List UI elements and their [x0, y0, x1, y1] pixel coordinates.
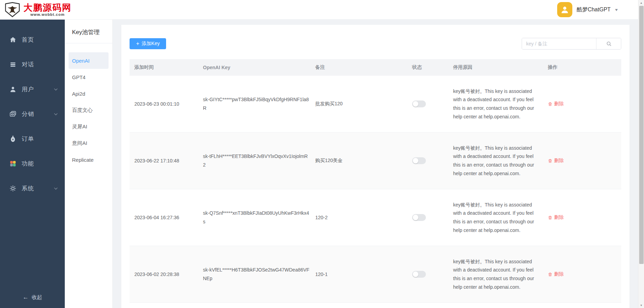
search-button[interactable]	[596, 38, 621, 49]
submenu-item-gpt4[interactable]: GPT4	[65, 69, 112, 85]
submenu-title: Key池管理	[65, 20, 112, 43]
chevron-down-icon	[54, 88, 58, 91]
added-time-cell: 2023-06-04 16:27:36	[130, 215, 198, 220]
content-card: + 添加Key 添加时间 Op	[121, 25, 630, 308]
collapse-sidebar-button[interactable]: ← 收起	[0, 291, 65, 303]
distribution-icon	[9, 110, 17, 118]
disable-reason-cell: key账号被封。This key is associated with a de…	[448, 87, 543, 121]
api-key-cell: sk-Q7Snf*****xnT3BlbkFJIaDt08UyUhKwF3rHk…	[198, 209, 310, 226]
added-time-cell: 2023-06-22 17:10:48	[130, 158, 198, 163]
column-header: 备注	[310, 64, 407, 71]
api-key-cell: sk-tFLhH*****EET3BlbkFJvBVYlxOqvXv1Iojol…	[198, 152, 310, 169]
user-avatar-icon	[557, 2, 572, 17]
sidebar-item-home[interactable]: 首页	[0, 27, 65, 52]
scroll-down-icon[interactable]: ▼	[638, 302, 644, 308]
eagle-shield-icon	[4, 2, 21, 17]
site-url: www.wobbt.com	[30, 13, 64, 17]
sidebar-item-orders[interactable]: ¥ 订单	[0, 126, 65, 151]
note-cell: 120-2	[310, 215, 407, 220]
scroll-up-icon[interactable]: ▲	[638, 0, 644, 6]
chat-list-icon	[9, 61, 17, 68]
left-arrow-icon: ←	[23, 294, 29, 301]
scrollbar-thumb[interactable]	[639, 6, 644, 264]
column-header: 操作	[543, 64, 621, 71]
sidebar-item-users[interactable]: 用户	[0, 77, 65, 102]
disable-reason-cell: key账号被封。This key is associated with a de…	[448, 257, 543, 291]
search-input[interactable]	[522, 38, 596, 49]
caret-down-icon: ▼	[614, 8, 619, 12]
gear-icon	[9, 185, 17, 192]
note-cell: 购买120美金	[310, 158, 407, 164]
user-icon	[9, 86, 17, 93]
status-toggle[interactable]	[412, 100, 426, 107]
key-pool-submenu: Key池管理 OpenAI GPT4 Api2d 百度文心 灵犀AI 意间AI …	[65, 20, 113, 308]
features-grid-icon	[9, 160, 17, 167]
top-header-bar: 大鹏源码网 www.wobbt.com 酷梦ChatGPT ▼	[0, 0, 638, 20]
submenu-item-api2d[interactable]: Api2d	[65, 85, 112, 102]
table-header-row: 添加时间 OpenAI Key 备注 状态 停用原因 操作	[130, 59, 621, 76]
chevron-down-icon	[54, 113, 58, 116]
table-row: 2023-06-04 16:27:36 sk-Q7Snf*****xnT3Blb…	[130, 189, 621, 246]
added-time-cell: 2023-06-02 20:28:38	[130, 272, 198, 277]
search-box	[522, 38, 621, 50]
trash-icon	[548, 272, 552, 277]
column-header: OpenAI Key	[198, 65, 310, 70]
sidebar-item-system[interactable]: 系统	[0, 176, 65, 201]
submenu-item-openai[interactable]: OpenAI	[69, 52, 109, 69]
site-name: 大鹏源码网	[23, 3, 72, 12]
api-key-cell: sk-GIYtC*****pwT3BlbkFJ5iBqyVkDfgH9RNF1l…	[198, 95, 310, 113]
delete-button[interactable]: 删除	[548, 158, 564, 164]
trash-icon	[548, 102, 552, 106]
trash-icon	[548, 159, 552, 163]
submenu-item-lingxi-ai[interactable]: 灵犀AI	[65, 118, 112, 135]
column-header: 停用原因	[448, 64, 543, 71]
delete-button[interactable]: 删除	[548, 101, 564, 107]
browser-scrollbar[interactable]: ▲ ▼	[638, 0, 644, 308]
home-icon	[9, 36, 17, 43]
added-time-cell: 2023-06-23 00:01:10	[130, 101, 198, 107]
disable-reason-cell: key账号被封。This key is associated with a de…	[448, 144, 543, 178]
column-header: 添加时间	[130, 64, 198, 71]
table-row: 2023-06-23 00:01:10 sk-GIYtC*****pwT3Blb…	[130, 76, 621, 132]
disable-reason-cell: key账号被封。This key is associated with a de…	[448, 201, 543, 234]
note-cell: 批发购买120	[310, 101, 407, 107]
status-toggle[interactable]	[412, 214, 426, 221]
submenu-item-replicate[interactable]: Replicate	[65, 151, 112, 168]
table-row: 2023-06-22 17:10:48 sk-tFLhH*****EET3Blb…	[130, 132, 621, 189]
chevron-down-icon	[54, 187, 58, 190]
sidebar-item-chat[interactable]: 对话	[0, 52, 65, 77]
delete-button[interactable]: 删除	[548, 271, 564, 277]
site-logo[interactable]: 大鹏源码网 www.wobbt.com	[4, 2, 72, 17]
trash-icon	[548, 215, 552, 220]
sidebar-item-distribution[interactable]: 分销	[0, 102, 65, 126]
money-bag-icon: ¥	[9, 135, 17, 142]
svg-text:¥: ¥	[12, 138, 14, 141]
submenu-item-baidu-wenxin[interactable]: 百度文心	[65, 102, 112, 118]
app-window: 大鹏源码网 www.wobbt.com 酷梦ChatGPT ▼ 首页	[0, 0, 644, 308]
column-header: 状态	[407, 64, 448, 71]
submenu-item-yijian-ai[interactable]: 意间AI	[65, 135, 112, 151]
status-toggle[interactable]	[412, 157, 426, 164]
main-sidebar: 首页 对话 用户 分销	[0, 20, 65, 308]
add-key-button[interactable]: + 添加Key	[130, 38, 166, 49]
main-content: + 添加Key 添加时间 Op	[113, 20, 638, 308]
delete-button[interactable]: 删除	[548, 214, 564, 221]
api-key-cell: sk-kVfEL*****H6T3BlbkFJOSe2twG47WDea86VF…	[198, 266, 310, 283]
search-icon	[606, 41, 612, 47]
key-table: 添加时间 OpenAI Key 备注 状态 停用原因 操作 2023-06-23…	[130, 59, 621, 303]
note-cell: 120-1	[310, 272, 407, 277]
user-name: 酷梦ChatGPT	[576, 6, 611, 13]
table-row: 2023-06-02 20:28:38 sk-kVfEL*****H6T3Blb…	[130, 246, 621, 303]
status-toggle[interactable]	[412, 271, 426, 278]
user-menu[interactable]: 酷梦ChatGPT ▼	[557, 2, 618, 17]
sidebar-item-features[interactable]: 功能	[0, 151, 65, 176]
plus-icon: +	[136, 41, 139, 46]
